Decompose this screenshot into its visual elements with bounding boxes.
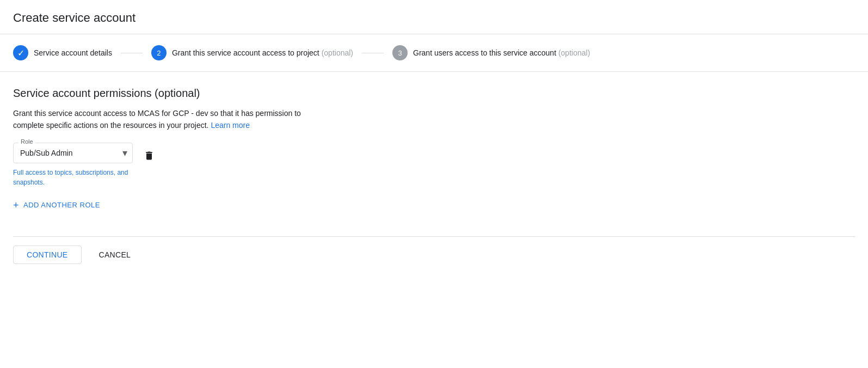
step-3-circle: 3 bbox=[392, 45, 408, 60]
step-1-label: Service account details bbox=[34, 48, 112, 57]
page-title: Create service account bbox=[13, 11, 855, 25]
role-select[interactable]: Pub/Sub Admin Editor Viewer Owner bbox=[13, 143, 133, 163]
step-divider-1 bbox=[121, 53, 143, 53]
step-3-label: Grant users access to this service accou… bbox=[413, 48, 590, 57]
step-2-circle: 2 bbox=[151, 45, 167, 60]
page-header: Create service account bbox=[0, 0, 868, 34]
add-another-role-button[interactable]: + ADD ANOTHER ROLE bbox=[13, 196, 100, 214]
add-role-label: ADD ANOTHER ROLE bbox=[23, 201, 100, 209]
page-container: Create service account ✓ Service account… bbox=[0, 0, 868, 277]
step-2-optional: (optional) bbox=[322, 48, 353, 57]
delete-role-button[interactable] bbox=[141, 148, 157, 163]
step-2: 2 Grant this service account access to p… bbox=[151, 45, 353, 60]
learn-more-link[interactable]: Learn more bbox=[211, 121, 250, 130]
description-line1: Grant this service account access to MCA… bbox=[13, 107, 855, 132]
role-field-wrapper: Role Pub/Sub Admin Editor Viewer Owner ▾ bbox=[13, 143, 133, 163]
role-hint: Full access to topics, subscriptions, an… bbox=[13, 168, 133, 187]
trash-icon bbox=[144, 150, 155, 161]
plus-icon: + bbox=[13, 200, 19, 210]
step-divider-2 bbox=[362, 53, 384, 53]
continue-button[interactable]: CONTINUE bbox=[13, 246, 82, 264]
step-3-number: 3 bbox=[398, 49, 402, 57]
checkmark-icon: ✓ bbox=[17, 48, 24, 58]
section-title: Service account permissions (optional) bbox=[13, 87, 855, 100]
role-label: Role bbox=[19, 138, 35, 145]
step-2-label: Grant this service account access to pro… bbox=[172, 48, 353, 57]
action-buttons: CONTINUE CANCEL bbox=[13, 236, 855, 264]
main-content: Service account permissions (optional) G… bbox=[0, 72, 868, 277]
stepper-bar: ✓ Service account details 2 Grant this s… bbox=[0, 34, 868, 72]
step-2-number: 2 bbox=[157, 49, 161, 57]
step-3-optional: (optional) bbox=[558, 48, 590, 57]
step-3: 3 Grant users access to this service acc… bbox=[392, 45, 590, 60]
cancel-button[interactable]: CANCEL bbox=[86, 246, 144, 263]
step-1: ✓ Service account details bbox=[13, 45, 112, 60]
step-1-circle: ✓ bbox=[13, 45, 28, 60]
role-row: Role Pub/Sub Admin Editor Viewer Owner ▾… bbox=[13, 143, 855, 187]
